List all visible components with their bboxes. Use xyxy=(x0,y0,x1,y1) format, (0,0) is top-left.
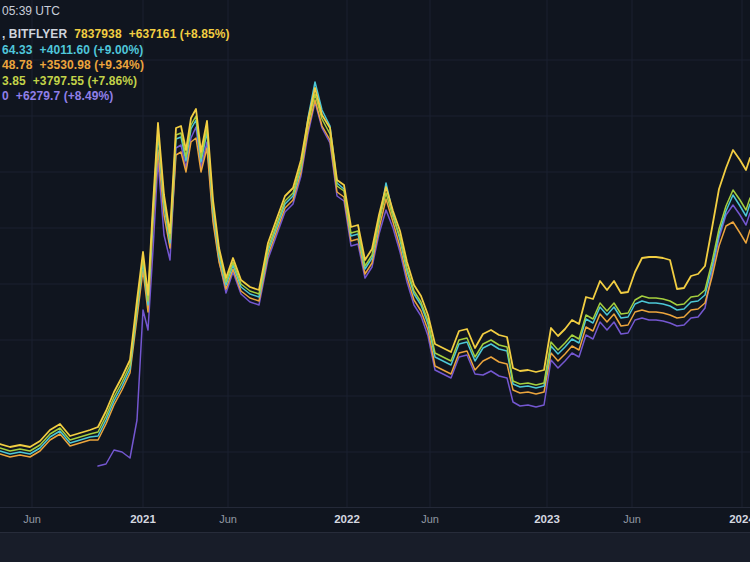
axis-tick-2023: 2023 xyxy=(534,513,560,525)
legend-segment: 48.78 xyxy=(2,58,33,72)
legend-segment: +3797.55 (+7.86%) xyxy=(33,74,137,88)
legend-row-3[interactable]: 3.85+3797.55 (+7.86%) xyxy=(2,74,237,90)
legend-segment: 7837938 xyxy=(74,27,121,41)
legend-segment: 0 xyxy=(2,89,9,103)
timestamp-label: 05:39 UTC xyxy=(2,4,237,18)
trading-chart-app: 05:39 UTC , BITFLYER7837938+637161 (+8.8… xyxy=(0,0,750,562)
axis-tick-2021: 2021 xyxy=(130,513,156,525)
legend-segment: , BITFLYER xyxy=(2,27,67,41)
axis-tick-jun: Jun xyxy=(23,513,41,525)
axis-tick-2022: 2022 xyxy=(334,513,360,525)
legend-row-2[interactable]: 48.78+3530.98 (+9.34%) xyxy=(2,58,237,74)
legend-rows: , BITFLYER7837938+637161 (+8.85%)64.33+4… xyxy=(2,27,237,105)
time-axis[interactable]: Jun2021Jun2022Jun2023Jun2024 xyxy=(0,507,750,533)
legend-row-0[interactable]: , BITFLYER7837938+637161 (+8.85%) xyxy=(2,27,237,43)
legend-row-1[interactable]: 64.33+4011.60 (+9.00%) xyxy=(2,43,237,59)
bottom-toolbar xyxy=(0,532,750,562)
legend-segment: +3530.98 (+9.34%) xyxy=(40,58,144,72)
legend-segment: +637161 (+8.85%) xyxy=(129,27,230,41)
axis-tick-jun: Jun xyxy=(623,513,641,525)
legend-segment: 64.33 xyxy=(2,43,33,57)
legend-segment: 3.85 xyxy=(2,74,26,88)
price-line-series xyxy=(0,82,750,466)
legend-segment: +4011.60 (+9.00%) xyxy=(40,43,144,57)
legend-segment: +6279.7 (+8.49%) xyxy=(16,89,114,103)
axis-tick-2024: 2024 xyxy=(729,513,750,525)
axis-tick-jun: Jun xyxy=(421,513,439,525)
legend-panel: 05:39 UTC , BITFLYER7837938+637161 (+8.8… xyxy=(2,4,237,105)
bitflyer-yellow-series-line xyxy=(0,88,750,447)
axis-tick-jun: Jun xyxy=(219,513,237,525)
legend-row-4[interactable]: 0+6279.7 (+8.49%) xyxy=(2,89,237,105)
